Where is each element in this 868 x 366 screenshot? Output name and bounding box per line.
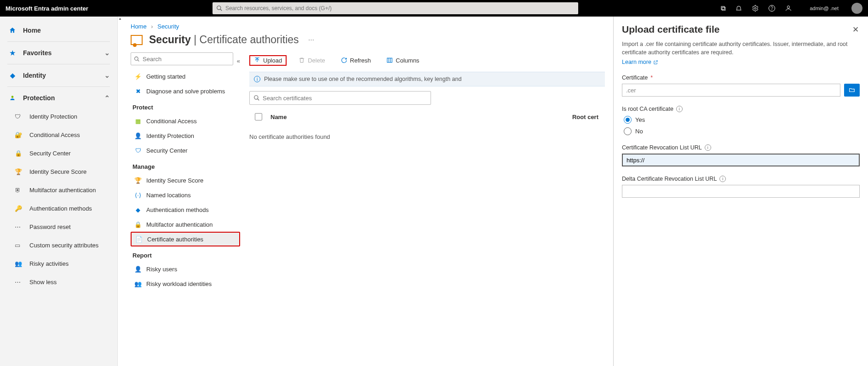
nav-favorites-label: Favorites bbox=[23, 49, 52, 57]
nav2-auth-methods[interactable]: ◆Authentication methods bbox=[131, 202, 240, 217]
global-search[interactable] bbox=[213, 2, 578, 14]
radio-no-row[interactable]: No bbox=[624, 127, 860, 135]
nav2-identity-protection[interactable]: 👤Identity Protection bbox=[131, 128, 240, 143]
security-icon: 🔒 bbox=[15, 150, 25, 157]
info-icon[interactable]: i bbox=[719, 176, 726, 182]
nav-show-less[interactable]: ⋯Show less bbox=[0, 273, 117, 291]
nav-risky-activities[interactable]: 👥Risky activities bbox=[0, 254, 117, 273]
nav-protection-label: Protection bbox=[23, 94, 55, 102]
blade-body: « ⚡Getting started ✖Diagnose and solve p… bbox=[131, 52, 605, 347]
nav2-label: Identity Protection bbox=[146, 132, 194, 139]
nav2-named-locations[interactable]: ⟨·⟩Named locations bbox=[131, 188, 240, 202]
select-all-cell[interactable] bbox=[249, 113, 268, 120]
learn-more-link[interactable]: Learn more bbox=[622, 59, 658, 65]
delta-crl-input[interactable] bbox=[622, 185, 860, 198]
nav-home[interactable]: Home bbox=[0, 21, 117, 40]
collapse-nav-icon[interactable]: « bbox=[237, 57, 240, 64]
breadcrumb-security[interactable]: Security bbox=[157, 23, 179, 30]
settings-icon[interactable] bbox=[752, 5, 759, 12]
nav-secure-score[interactable]: 🏆Identity Secure Score bbox=[0, 162, 117, 181]
nav2-security-center[interactable]: 🛡Security Center bbox=[131, 143, 240, 158]
person-shield-icon: 👤 bbox=[133, 132, 143, 139]
lock-icon: 🔐 bbox=[15, 132, 25, 138]
nav2-mfa[interactable]: 🔒Multifactor authentication bbox=[131, 217, 240, 232]
shell: Home ★ Favorites ⌄ ◆ Identity ⌄ Protecti… bbox=[0, 17, 868, 366]
nav2-label: Identity Secure Score bbox=[146, 177, 203, 184]
nav-sub-label: Custom security attributes bbox=[29, 242, 98, 249]
key-icon: 🔑 bbox=[15, 205, 25, 212]
secondary-search-input[interactable] bbox=[140, 56, 230, 63]
label-text: Certificate bbox=[622, 74, 648, 81]
info-icon[interactable]: i bbox=[676, 106, 683, 112]
nav-protection[interactable]: Protection ⌃ bbox=[0, 89, 117, 107]
nav2-risky-users[interactable]: 👤Risky users bbox=[131, 262, 240, 276]
browse-button[interactable] bbox=[844, 84, 860, 97]
cert-search[interactable] bbox=[249, 91, 431, 105]
nav2-section-protect: Protect bbox=[132, 104, 240, 111]
page-title-row: Security | Certificate authorities ⋯ bbox=[131, 34, 605, 46]
global-search-input[interactable] bbox=[223, 5, 575, 11]
radio-no[interactable] bbox=[624, 127, 632, 135]
nav-identity-protection[interactable]: 🛡Identity Protection bbox=[0, 107, 117, 126]
title-suffix: Certificate authorities bbox=[200, 34, 299, 46]
nav2-risky-workload[interactable]: 👥Risky workload identities bbox=[131, 276, 240, 291]
checkbox-icon[interactable] bbox=[255, 113, 262, 120]
trophy-icon: 🏆 bbox=[15, 168, 25, 175]
nav2-diagnose[interactable]: ✖Diagnose and solve problems bbox=[131, 84, 240, 98]
secondary-nav-search[interactable] bbox=[131, 52, 233, 65]
primary-nav: Home ★ Favorites ⌄ ◆ Identity ⌄ Protecti… bbox=[0, 17, 118, 366]
required-indicator: * bbox=[650, 74, 653, 81]
col-root[interactable]: Root cert bbox=[554, 114, 605, 120]
info-icon: i bbox=[254, 76, 260, 82]
upload-button[interactable]: Upload bbox=[249, 55, 287, 66]
svg-point-0 bbox=[217, 6, 221, 10]
command-bar: Upload Delete Refresh bbox=[249, 52, 605, 68]
feedback-icon[interactable] bbox=[785, 5, 792, 12]
nav-security-center[interactable]: 🔒Security Center bbox=[0, 144, 117, 162]
nav-identity[interactable]: ◆ Identity ⌄ bbox=[0, 66, 117, 85]
nav-custom-attrs[interactable]: ▭Custom security attributes bbox=[0, 236, 117, 254]
notifications-icon[interactable] bbox=[735, 5, 742, 12]
nav2-secure-score[interactable]: 🏆Identity Secure Score bbox=[131, 173, 240, 188]
help-icon[interactable] bbox=[768, 5, 776, 12]
breadcrumb-home[interactable]: Home bbox=[131, 23, 147, 30]
cloud-shell-icon[interactable]: ⧉ bbox=[721, 4, 726, 12]
nav-sub-label: Security Center bbox=[29, 150, 71, 157]
tag-icon: ▭ bbox=[15, 242, 25, 249]
folder-icon bbox=[848, 87, 856, 93]
nav-favorites[interactable]: ★ Favorites ⌄ bbox=[0, 44, 117, 62]
close-icon[interactable]: ✕ bbox=[852, 25, 859, 34]
user-avatar[interactable] bbox=[851, 3, 862, 14]
info-icon[interactable]: i bbox=[705, 144, 711, 151]
nav2-conditional-access[interactable]: ▦Conditional Access bbox=[131, 114, 240, 128]
nav2-getting-started[interactable]: ⚡Getting started bbox=[131, 69, 240, 84]
label-text: Is root CA certificate bbox=[622, 106, 673, 112]
title-more-icon[interactable]: ⋯ bbox=[308, 36, 314, 43]
learn-more-text: Learn more bbox=[622, 59, 651, 65]
cert-file-input[interactable]: .cer bbox=[622, 84, 840, 97]
title-prefix: Security bbox=[149, 34, 191, 46]
svg-line-8 bbox=[138, 60, 139, 61]
cert-search-input[interactable] bbox=[260, 95, 427, 102]
svg-point-5 bbox=[788, 6, 790, 8]
nav-scroll-indicator[interactable]: ▲ bbox=[118, 17, 122, 366]
col-name[interactable]: Name bbox=[268, 114, 554, 120]
location-icon: ⟨·⟩ bbox=[133, 192, 143, 199]
crl-input[interactable] bbox=[622, 154, 860, 166]
nav-password-reset[interactable]: ⋯Password reset bbox=[0, 217, 117, 236]
radio-yes-row[interactable]: Yes bbox=[624, 116, 860, 124]
cmd-label: Refresh bbox=[350, 57, 371, 64]
nav-conditional-access[interactable]: 🔐Conditional Access bbox=[0, 126, 117, 144]
nav-sub-label: Risky activities bbox=[29, 260, 69, 267]
nav-sub-label: Multifactor authentication bbox=[29, 187, 96, 194]
radio-yes[interactable] bbox=[624, 116, 632, 124]
refresh-button[interactable]: Refresh bbox=[337, 55, 375, 66]
scroll-up-icon[interactable]: ▲ bbox=[118, 17, 122, 20]
nav-auth-methods[interactable]: 🔑Authentication methods bbox=[0, 199, 117, 217]
nav-mfa[interactable]: ⛨Multifactor authentication bbox=[0, 181, 117, 199]
nav2-cert-authorities[interactable]: 📄Certificate authorities bbox=[131, 232, 240, 246]
nav2-label: Conditional Access bbox=[146, 118, 197, 125]
nav2-label: Named locations bbox=[146, 192, 191, 199]
columns-button[interactable]: Columns bbox=[383, 55, 423, 66]
delta-crl-label: Delta Certificate Revocation List URL i bbox=[622, 176, 860, 182]
